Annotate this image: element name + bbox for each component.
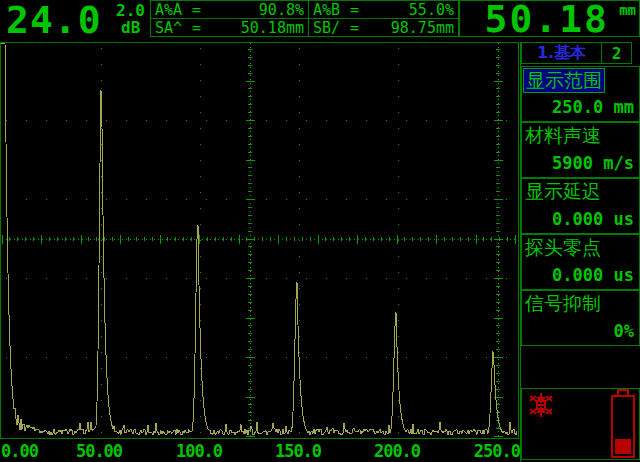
param-probe-zero-label: 探头零点 — [523, 236, 603, 259]
gain-value: 24.0 — [6, 0, 102, 42]
param-display-delay-label: 显示延迟 — [523, 180, 603, 203]
sidebar-menu: 1.基本 2 显示范围 250.0 mm 材料声速 5900 m/s 显示延迟 … — [520, 42, 640, 462]
equals-sign: = — [350, 2, 359, 18]
meas-value: 98.75mm — [391, 20, 454, 36]
axis-tick-250: 250.0 — [474, 441, 520, 461]
primary-readout-unit: mm — [619, 2, 636, 18]
axis-tick-150: 150.0 — [275, 441, 321, 461]
equals-sign: = — [192, 2, 201, 18]
param-display-delay-value: 0.000 us — [552, 209, 634, 229]
meas-label: SA^ — [155, 20, 182, 36]
tab-basic-label: 1.基本 — [537, 43, 586, 64]
x-axis: 0.00 50.00 100.0 150.0 200.0 250.0 — [0, 441, 520, 462]
meas-label: A%B — [313, 2, 340, 18]
meas-label: SB/ — [313, 20, 340, 36]
tab-2-label: 2 — [612, 44, 622, 63]
gain-block: 24.0 2.0 dB — [0, 0, 150, 38]
axis-tick-50: 50.00 — [76, 441, 122, 461]
param-reject-label: 信号抑制 — [523, 292, 603, 315]
param-display-range-label: 显示范围 — [523, 68, 605, 93]
axis-tick-200: 200.0 — [374, 441, 420, 461]
measurement-cell-sa: SA^ = 50.18mm — [151, 19, 309, 36]
meas-label: A%A — [155, 2, 182, 18]
param-reject-value: 0% — [614, 321, 634, 341]
meas-value: 55.0% — [409, 2, 454, 18]
param-material-velocity[interactable]: 材料声速 5900 m/s — [521, 122, 640, 178]
param-probe-zero[interactable]: 探头零点 0.000 us — [521, 234, 640, 290]
measurement-cell-sb: SB/ = 98.75mm — [309, 19, 458, 36]
param-reject[interactable]: 信号抑制 0% — [521, 290, 640, 346]
tab-2[interactable]: 2 — [601, 42, 632, 64]
equals-sign: = — [192, 20, 201, 36]
axis-tick-100: 100.0 — [176, 441, 222, 461]
gain-unit-label: dB — [121, 18, 140, 37]
param-display-range[interactable]: 显示范围 250.0 mm — [521, 66, 640, 122]
param-display-range-value: 250.0 mm — [552, 97, 634, 117]
tab-basic[interactable]: 1.基本 — [521, 42, 602, 64]
menu-tabs: 1.基本 2 — [521, 42, 640, 64]
battery-low-icon — [610, 389, 636, 459]
measurement-cell-a-pct-b: A%B = 55.0% — [309, 1, 458, 19]
axis-tick-0: 0.00 — [1, 441, 38, 461]
param-display-delay[interactable]: 显示延迟 0.000 us — [521, 178, 640, 234]
measurement-cell-a-pct-a: A%A = 90.8% — [151, 1, 309, 19]
ascan-waveform — [0, 42, 519, 439]
freeze-icon — [528, 392, 554, 418]
measurement-table: A%A = 90.8% A%B = 55.0% SA^ = 50.18mm SB… — [150, 0, 459, 37]
meas-value: 50.18mm — [241, 20, 304, 36]
meas-value: 90.8% — [259, 2, 304, 18]
equals-sign: = — [350, 20, 359, 36]
param-probe-zero-value: 0.000 us — [552, 265, 634, 285]
primary-readout-value: 50.18 — [485, 0, 609, 41]
status-area — [521, 388, 640, 460]
ascan-plot — [0, 42, 519, 439]
flaw-detector-screen: 24.0 2.0 dB A%A = 90.8% A%B = 55.0% SA^ … — [0, 0, 640, 462]
primary-readout-box: 50.18 mm — [459, 0, 640, 37]
param-material-velocity-label: 材料声速 — [523, 124, 603, 147]
param-material-velocity-value: 5900 m/s — [552, 153, 634, 173]
